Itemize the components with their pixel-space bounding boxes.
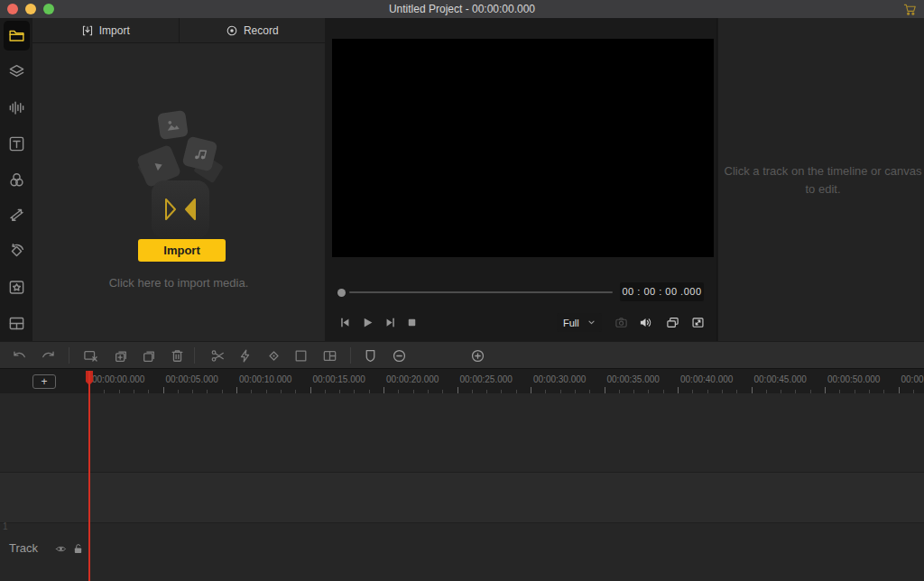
- ruler-tick: [89, 387, 90, 393]
- acemovi-logo: [152, 180, 209, 238]
- ruler-tick: [531, 387, 531, 393]
- toolbar-divider: [350, 347, 351, 364]
- ruler-tick: [752, 387, 753, 393]
- ruler-tick: [383, 387, 384, 393]
- next-frame-icon[interactable]: [383, 316, 397, 329]
- app-window: Untitled Project - 00:00:00.000: [0, 0, 924, 581]
- transitions-icon: [8, 207, 25, 224]
- speed-icon[interactable]: [237, 348, 253, 364]
- sidebar-item-transitions[interactable]: [0, 198, 32, 234]
- sidebar-item-audio[interactable]: [0, 90, 32, 126]
- sidebar-item-elements[interactable]: [0, 54, 32, 90]
- cart-icon[interactable]: [903, 3, 917, 16]
- preview-zoom-value: Full: [563, 318, 579, 328]
- time-display: 00 : 00 : 00 .000: [620, 282, 704, 301]
- toolbar-divider: [69, 347, 69, 364]
- ruler-label: 00:00:10.000: [239, 374, 291, 384]
- timeline-empty-area[interactable]: [0, 393, 924, 472]
- track-number: 1: [3, 521, 8, 531]
- chevron-down-icon: [587, 318, 596, 327]
- track-lane[interactable]: [0, 522, 924, 581]
- media-tabbar: Import Record: [32, 18, 325, 43]
- ruler-tick: [457, 387, 458, 393]
- preview-zoom-select[interactable]: Full: [557, 313, 602, 332]
- zoom-out-icon[interactable]: [392, 348, 407, 364]
- edit-toolbar: Export: [0, 341, 924, 368]
- sidebar-item-split-screen[interactable]: [0, 305, 32, 341]
- ruler-label: 00:00:40.000: [680, 374, 733, 384]
- tab-import[interactable]: Import: [32, 18, 179, 42]
- inspector-hint: Click a track on the timeline or canvas …: [718, 162, 924, 198]
- media-panel: Import Record: [32, 18, 325, 341]
- ruler-label: 00:00:25.000: [460, 374, 513, 384]
- scrubber-handle[interactable]: [337, 289, 346, 297]
- tab-record[interactable]: Record: [179, 18, 326, 42]
- eye-icon[interactable]: [55, 543, 67, 555]
- ruler-tick: [678, 387, 679, 393]
- ruler-tick: [825, 387, 826, 393]
- preview-panel: 00 : 00 : 00 .000 Full: [325, 18, 717, 341]
- ruler-tick: [899, 387, 900, 393]
- ruler-label: 00:00:45.000: [754, 374, 807, 384]
- import-hint: Click here to import media.: [32, 276, 325, 290]
- keyframe-icon[interactable]: [266, 348, 282, 364]
- ruler-tick: [310, 387, 311, 393]
- timeline-ruler[interactable]: + 00:00:00.00000:00:05.00000:00:10.00000…: [0, 368, 924, 393]
- ruler-label: 00:00:05.000: [166, 374, 218, 384]
- toolbar-divider: [194, 347, 195, 364]
- ruler-label: 00:00:55.000: [901, 374, 924, 384]
- play-icon[interactable]: [361, 316, 374, 329]
- import-artwork: [32, 43, 325, 251]
- dual-screen-icon[interactable]: [666, 316, 679, 329]
- ruler-label: 00:00:20.000: [386, 374, 439, 384]
- sidebar-item-filters[interactable]: [0, 161, 32, 198]
- zoom-in-icon[interactable]: [470, 348, 485, 364]
- inspector-panel: Click a track on the timeline or canvas …: [718, 18, 924, 341]
- sidebar-item-effects[interactable]: [0, 269, 32, 305]
- stop-icon[interactable]: [405, 316, 419, 329]
- add-track-button[interactable]: +: [32, 374, 56, 389]
- window-title: Untitled Project - 00:00:00.000: [0, 0, 924, 18]
- delete-clip-icon[interactable]: [83, 348, 98, 364]
- sidebar-item-text[interactable]: [0, 125, 32, 161]
- ruler-label: 00:00:30.000: [533, 374, 586, 384]
- sidebar-item-media[interactable]: [0, 18, 32, 54]
- timeline-tracks: 1 Track: [0, 393, 924, 581]
- marker-icon[interactable]: [363, 348, 378, 364]
- scissors-icon[interactable]: [210, 348, 226, 364]
- split-grid-icon[interactable]: [322, 348, 337, 364]
- crop-icon[interactable]: [293, 348, 309, 364]
- ruler-tick: [236, 387, 237, 393]
- fullscreen-icon[interactable]: [691, 316, 705, 329]
- rotate-icon: [8, 243, 25, 260]
- ruler-label: 00:00:00.000: [92, 374, 144, 384]
- layers-icon: [8, 63, 25, 80]
- camera-icon[interactable]: [614, 316, 628, 329]
- ruler-label: 00:00:15.000: [313, 374, 365, 384]
- ruler-tick: [163, 387, 164, 393]
- tab-import-label: Import: [99, 24, 130, 37]
- ruler-tick: [605, 387, 605, 393]
- lock-icon[interactable]: [72, 543, 84, 555]
- image-card: [157, 110, 189, 140]
- scrubber-track[interactable]: [349, 291, 613, 293]
- sidebar-item-behaviors[interactable]: [0, 234, 32, 270]
- undo-icon[interactable]: [12, 348, 27, 364]
- prev-frame-icon[interactable]: [338, 316, 352, 329]
- record-tab-icon: [226, 24, 238, 37]
- folder-icon: [4, 21, 30, 51]
- import-button[interactable]: Import: [138, 239, 226, 262]
- duplicate-icon[interactable]: [142, 348, 157, 364]
- redo-icon[interactable]: [41, 348, 56, 364]
- split-screen-icon: [8, 315, 25, 332]
- ruler-label: 00:00:50.000: [827, 374, 880, 384]
- import-tab-icon: [81, 24, 94, 37]
- text-icon: [8, 135, 25, 152]
- track-name: Track: [9, 541, 38, 555]
- volume-icon[interactable]: [639, 316, 652, 329]
- copy-icon[interactable]: [114, 348, 129, 364]
- sidebar: [0, 18, 32, 341]
- preview-canvas[interactable]: [332, 39, 714, 257]
- track-lane[interactable]: [0, 472, 924, 522]
- trash-icon[interactable]: [170, 348, 185, 364]
